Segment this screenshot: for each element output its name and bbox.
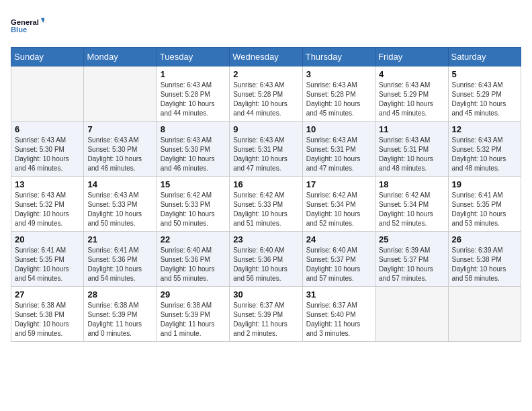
calendar-cell: 8Sunrise: 6:43 AM Sunset: 5:30 PM Daylig… (157, 122, 229, 177)
day-detail: Sunrise: 6:42 AM Sunset: 5:34 PM Dayligh… (306, 191, 371, 228)
calendar-cell: 12Sunrise: 6:43 AM Sunset: 5:32 PM Dayli… (448, 122, 521, 177)
day-number: 14 (87, 179, 152, 189)
day-detail: Sunrise: 6:39 AM Sunset: 5:38 PM Dayligh… (452, 246, 517, 283)
day-detail: Sunrise: 6:42 AM Sunset: 5:34 PM Dayligh… (379, 191, 444, 228)
calendar-cell: 10Sunrise: 6:43 AM Sunset: 5:31 PM Dayli… (302, 122, 375, 177)
day-detail: Sunrise: 6:37 AM Sunset: 5:40 PM Dayligh… (306, 301, 371, 338)
calendar-cell: 25Sunrise: 6:39 AM Sunset: 5:37 PM Dayli… (375, 232, 448, 287)
day-detail: Sunrise: 6:41 AM Sunset: 5:35 PM Dayligh… (452, 191, 517, 228)
day-detail: Sunrise: 6:43 AM Sunset: 5:29 PM Dayligh… (379, 81, 444, 118)
calendar-cell: 13Sunrise: 6:43 AM Sunset: 5:32 PM Dayli… (11, 177, 84, 232)
weekday-header-saturday: Saturday (448, 48, 521, 66)
calendar-cell (84, 66, 157, 122)
calendar-cell: 4Sunrise: 6:43 AM Sunset: 5:29 PM Daylig… (375, 66, 448, 122)
calendar-cell: 31Sunrise: 6:37 AM Sunset: 5:40 PM Dayli… (302, 287, 375, 342)
day-number: 12 (452, 124, 517, 134)
day-number: 29 (161, 289, 226, 300)
day-number: 25 (379, 234, 444, 244)
calendar-cell: 22Sunrise: 6:40 AM Sunset: 5:36 PM Dayli… (157, 232, 229, 287)
day-detail: Sunrise: 6:43 AM Sunset: 5:32 PM Dayligh… (452, 136, 517, 173)
calendar-cell: 23Sunrise: 6:40 AM Sunset: 5:36 PM Dayli… (230, 232, 302, 287)
day-number: 26 (452, 234, 517, 244)
calendar-cell: 24Sunrise: 6:40 AM Sunset: 5:37 PM Dayli… (302, 232, 375, 287)
day-number: 22 (161, 234, 226, 244)
day-detail: Sunrise: 6:40 AM Sunset: 5:36 PM Dayligh… (161, 246, 226, 283)
calendar-cell: 14Sunrise: 6:43 AM Sunset: 5:33 PM Dayli… (84, 177, 157, 232)
day-detail: Sunrise: 6:43 AM Sunset: 5:28 PM Dayligh… (306, 81, 371, 118)
day-detail: Sunrise: 6:42 AM Sunset: 5:33 PM Dayligh… (161, 191, 226, 228)
calendar-cell: 3Sunrise: 6:43 AM Sunset: 5:28 PM Daylig… (302, 66, 375, 122)
day-number: 5 (452, 69, 517, 79)
day-detail: Sunrise: 6:40 AM Sunset: 5:36 PM Dayligh… (233, 246, 298, 283)
day-detail: Sunrise: 6:37 AM Sunset: 5:39 PM Dayligh… (233, 301, 298, 338)
day-number: 1 (161, 69, 226, 79)
weekday-header-tuesday: Tuesday (157, 48, 229, 66)
day-number: 30 (233, 289, 298, 300)
day-detail: Sunrise: 6:43 AM Sunset: 5:31 PM Dayligh… (306, 136, 371, 173)
day-detail: Sunrise: 6:40 AM Sunset: 5:37 PM Dayligh… (306, 246, 371, 283)
calendar-cell: 5Sunrise: 6:43 AM Sunset: 5:29 PM Daylig… (448, 66, 521, 122)
day-detail: Sunrise: 6:41 AM Sunset: 5:36 PM Dayligh… (87, 246, 152, 283)
calendar-cell: 7Sunrise: 6:43 AM Sunset: 5:30 PM Daylig… (84, 122, 157, 177)
day-detail: Sunrise: 6:43 AM Sunset: 5:30 PM Dayligh… (161, 136, 226, 173)
day-detail: Sunrise: 6:41 AM Sunset: 5:35 PM Dayligh… (15, 246, 80, 283)
day-number: 23 (233, 234, 298, 244)
day-detail: Sunrise: 6:43 AM Sunset: 5:30 PM Dayligh… (87, 136, 152, 173)
day-detail: Sunrise: 6:43 AM Sunset: 5:31 PM Dayligh… (379, 136, 444, 173)
day-number: 27 (15, 289, 80, 300)
day-number: 15 (161, 179, 226, 189)
day-detail: Sunrise: 6:43 AM Sunset: 5:31 PM Dayligh… (233, 136, 298, 173)
calendar-cell: 27Sunrise: 6:38 AM Sunset: 5:38 PM Dayli… (11, 287, 84, 342)
day-detail: Sunrise: 6:38 AM Sunset: 5:39 PM Dayligh… (161, 301, 226, 338)
weekday-header-sunday: Sunday (11, 48, 84, 66)
calendar-cell (11, 66, 84, 122)
calendar-cell: 16Sunrise: 6:42 AM Sunset: 5:33 PM Dayli… (230, 177, 302, 232)
calendar-week-row: 27Sunrise: 6:38 AM Sunset: 5:38 PM Dayli… (11, 287, 521, 342)
calendar-week-row: 13Sunrise: 6:43 AM Sunset: 5:32 PM Dayli… (11, 177, 521, 232)
calendar-week-row: 1Sunrise: 6:43 AM Sunset: 5:28 PM Daylig… (11, 66, 521, 122)
calendar-cell: 9Sunrise: 6:43 AM Sunset: 5:31 PM Daylig… (230, 122, 302, 177)
weekday-header-thursday: Thursday (302, 48, 375, 66)
calendar-cell: 6Sunrise: 6:43 AM Sunset: 5:30 PM Daylig… (11, 122, 84, 177)
day-detail: Sunrise: 6:43 AM Sunset: 5:33 PM Dayligh… (87, 191, 152, 228)
day-detail: Sunrise: 6:42 AM Sunset: 5:33 PM Dayligh… (233, 191, 298, 228)
svg-text:General: General (11, 18, 39, 26)
calendar-cell: 11Sunrise: 6:43 AM Sunset: 5:31 PM Dayli… (375, 122, 448, 177)
day-number: 11 (379, 124, 444, 134)
day-number: 4 (379, 69, 444, 79)
calendar-week-row: 20Sunrise: 6:41 AM Sunset: 5:35 PM Dayli… (11, 232, 521, 287)
calendar-cell: 20Sunrise: 6:41 AM Sunset: 5:35 PM Dayli… (11, 232, 84, 287)
weekday-header-friday: Friday (375, 48, 448, 66)
day-number: 18 (379, 179, 444, 189)
day-detail: Sunrise: 6:38 AM Sunset: 5:39 PM Dayligh… (87, 301, 152, 338)
day-detail: Sunrise: 6:43 AM Sunset: 5:28 PM Dayligh… (161, 81, 226, 118)
day-detail: Sunrise: 6:43 AM Sunset: 5:30 PM Dayligh… (15, 136, 80, 173)
day-number: 20 (15, 234, 80, 244)
day-number: 2 (233, 69, 298, 79)
day-number: 7 (87, 124, 152, 134)
calendar-cell: 19Sunrise: 6:41 AM Sunset: 5:35 PM Dayli… (448, 177, 521, 232)
day-detail: Sunrise: 6:43 AM Sunset: 5:32 PM Dayligh… (15, 191, 80, 228)
calendar-cell: 2Sunrise: 6:43 AM Sunset: 5:28 PM Daylig… (230, 66, 302, 122)
day-detail: Sunrise: 6:38 AM Sunset: 5:38 PM Dayligh… (15, 301, 80, 338)
weekday-header-monday: Monday (84, 48, 157, 66)
logo: General Blue (11, 11, 44, 40)
day-number: 19 (452, 179, 517, 189)
day-detail: Sunrise: 6:39 AM Sunset: 5:37 PM Dayligh… (379, 246, 444, 283)
calendar-week-row: 6Sunrise: 6:43 AM Sunset: 5:30 PM Daylig… (11, 122, 521, 177)
day-detail: Sunrise: 6:43 AM Sunset: 5:28 PM Dayligh… (233, 81, 298, 118)
calendar-cell (375, 287, 448, 342)
calendar-cell: 18Sunrise: 6:42 AM Sunset: 5:34 PM Dayli… (375, 177, 448, 232)
day-number: 9 (233, 124, 298, 134)
day-number: 6 (15, 124, 80, 134)
calendar-cell: 17Sunrise: 6:42 AM Sunset: 5:34 PM Dayli… (302, 177, 375, 232)
day-detail: Sunrise: 6:43 AM Sunset: 5:29 PM Dayligh… (452, 81, 517, 118)
weekday-header-wednesday: Wednesday (230, 48, 302, 66)
day-number: 10 (306, 124, 371, 134)
day-number: 13 (15, 179, 80, 189)
day-number: 21 (87, 234, 152, 244)
day-number: 31 (306, 289, 371, 300)
calendar-cell: 29Sunrise: 6:38 AM Sunset: 5:39 PM Dayli… (157, 287, 229, 342)
weekday-header-row: SundayMondayTuesdayWednesdayThursdayFrid… (11, 48, 521, 66)
calendar-cell: 30Sunrise: 6:37 AM Sunset: 5:39 PM Dayli… (230, 287, 302, 342)
